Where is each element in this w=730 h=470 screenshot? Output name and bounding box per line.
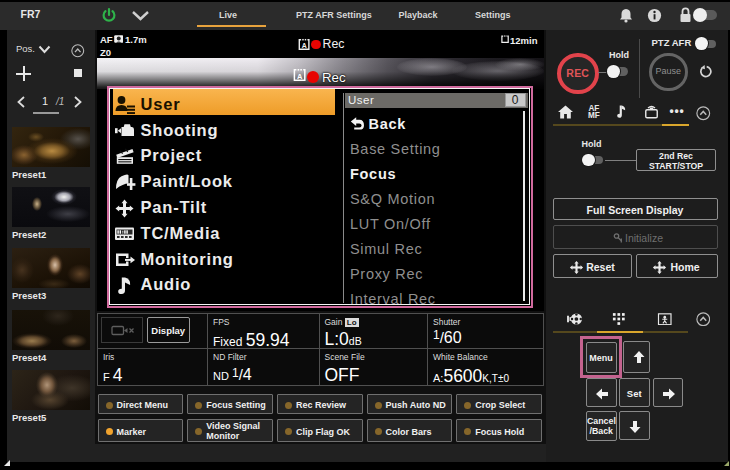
svg-text:A: A — [297, 72, 303, 81]
svg-text:A: A — [302, 42, 307, 49]
